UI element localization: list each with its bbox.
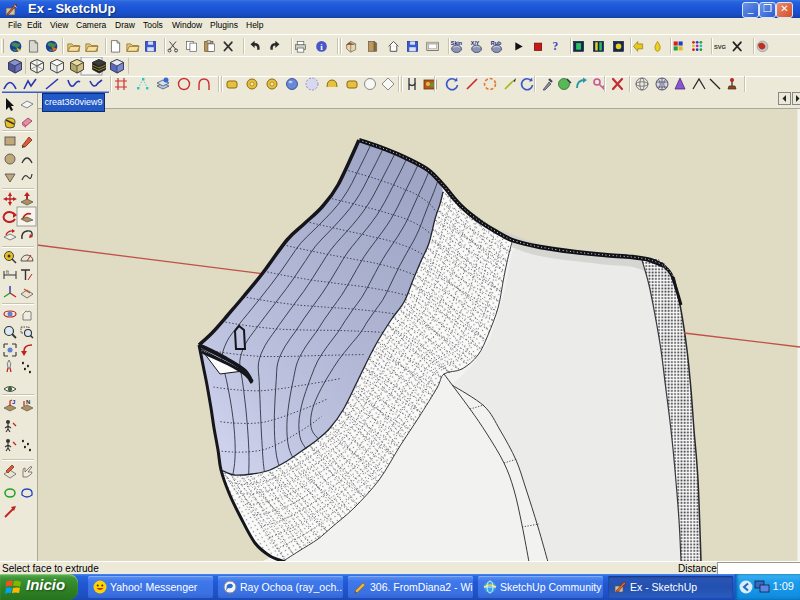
svg-text:N: N bbox=[26, 399, 30, 405]
svg-text:J: J bbox=[12, 399, 15, 405]
svg-text:X/Y: X/Y bbox=[471, 40, 480, 46]
svg-text:ft: ft bbox=[6, 269, 9, 275]
svg-text:?: ? bbox=[552, 40, 558, 52]
svg-text:SVG: SVG bbox=[714, 44, 727, 50]
